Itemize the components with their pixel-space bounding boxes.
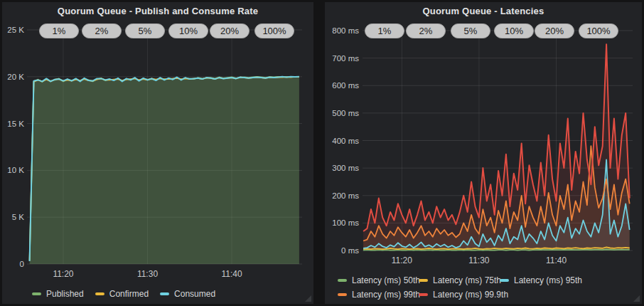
legend-color-swatch bbox=[160, 292, 169, 295]
percent-badge-1%[interactable]: 1% bbox=[39, 23, 79, 38]
percent-badge-2%[interactable]: 2% bbox=[406, 23, 446, 38]
percent-badge-100%[interactable]: 100% bbox=[254, 23, 294, 38]
y-tick-label: 200 ms bbox=[325, 191, 359, 200]
x-tick-label: 11:40 bbox=[546, 256, 567, 265]
legend-color-swatch bbox=[32, 292, 41, 295]
y-tick-label: 5 K bbox=[2, 213, 24, 221]
grafana-dashboard: { "x_unit_note": "x values are minutes a… bbox=[0, 0, 644, 306]
y-tick-label: 700 ms bbox=[325, 54, 359, 63]
legend-label: Latency (ms) 99th bbox=[352, 290, 420, 300]
x-tick-label: 11:20 bbox=[53, 270, 73, 278]
y-tick-label: 400 ms bbox=[325, 137, 359, 145]
y-tick-label: 300 ms bbox=[325, 164, 359, 172]
y-tick-label: 10 K bbox=[2, 166, 24, 174]
legend-item-Latency (ms) 50th[interactable]: Latency (ms) 50th bbox=[338, 275, 419, 285]
y-tick-label: 0 ms bbox=[325, 246, 359, 255]
percent-badge-10%[interactable]: 10% bbox=[494, 23, 534, 38]
y-tick-label: 15 K bbox=[2, 120, 24, 128]
percent-badge-1%[interactable]: 1% bbox=[365, 23, 404, 38]
x-tick-label: 11:30 bbox=[137, 270, 158, 278]
legend-item-Latency (ms) 75th[interactable]: Latency (ms) 75th bbox=[419, 275, 500, 285]
y-tick-label: 100 ms bbox=[325, 218, 359, 227]
percent-badge-5%[interactable]: 5% bbox=[125, 23, 165, 38]
percent-badge-2%[interactable]: 2% bbox=[82, 23, 122, 38]
legend-row: PublishedConfirmedConsumed bbox=[32, 287, 227, 301]
y-tick-label: 20 K bbox=[2, 73, 24, 81]
chart-legend: PublishedConfirmedConsumed bbox=[32, 287, 227, 301]
legend-item-Confirmed[interactable]: Confirmed bbox=[95, 289, 149, 299]
legend-color-swatch bbox=[95, 292, 104, 295]
series-fill-Published bbox=[30, 77, 299, 264]
y-tick-label: 25 K bbox=[2, 26, 24, 34]
legend-item-Latency (ms) 99th[interactable]: Latency (ms) 99th bbox=[338, 290, 419, 300]
legend-label: Latency (ms) 95th bbox=[514, 275, 582, 285]
x-tick-label: 11:30 bbox=[468, 256, 489, 265]
percent-badge-20%[interactable]: 20% bbox=[210, 23, 249, 38]
panel-latencies: Quorum Queue - Latencies 0 ms100 ms200 m… bbox=[325, 2, 642, 304]
legend-color-swatch bbox=[338, 279, 347, 282]
y-tick-label: 500 ms bbox=[325, 109, 359, 117]
legend-label: Latency (ms) 50th bbox=[352, 275, 420, 285]
legend-item-Latency (ms) 95th[interactable]: Latency (ms) 95th bbox=[500, 275, 581, 285]
percent-badge-5%[interactable]: 5% bbox=[451, 23, 490, 38]
legend-label: Consumed bbox=[174, 289, 215, 299]
legend-color-swatch bbox=[419, 279, 428, 282]
chart-legend: Latency (ms) 50thLatency (ms) 75thLatenc… bbox=[338, 273, 581, 302]
legend-label: Latency (ms) 99.9th bbox=[433, 290, 508, 300]
y-tick-label: 800 ms bbox=[325, 26, 359, 35]
legend-item-Published[interactable]: Published bbox=[32, 289, 84, 299]
y-tick-label: 0 bbox=[2, 260, 24, 268]
percent-badge-100%[interactable]: 100% bbox=[579, 23, 618, 38]
legend-color-swatch bbox=[500, 279, 509, 282]
chart-plot-area[interactable] bbox=[2, 2, 313, 304]
y-tick-label: 600 ms bbox=[325, 81, 359, 90]
x-tick-label: 11:40 bbox=[221, 270, 242, 278]
panel-publish-consume-rate: Quorum Queue - Publish and Consume Rate … bbox=[2, 2, 313, 304]
legend-color-swatch bbox=[338, 293, 347, 296]
percent-badge-10%[interactable]: 10% bbox=[168, 23, 208, 38]
legend-label: Published bbox=[46, 289, 84, 299]
percent-badge-20%[interactable]: 20% bbox=[535, 23, 574, 38]
legend-row: Latency (ms) 99thLatency (ms) 99.9th bbox=[338, 287, 581, 302]
legend-row: Latency (ms) 50thLatency (ms) 75thLatenc… bbox=[338, 273, 581, 287]
legend-label: Confirmed bbox=[109, 289, 149, 299]
x-tick-label: 11:20 bbox=[392, 256, 412, 265]
legend-item-Consumed[interactable]: Consumed bbox=[160, 289, 215, 299]
legend-color-swatch bbox=[419, 293, 428, 296]
legend-item-Latency (ms) 99.9th[interactable]: Latency (ms) 99.9th bbox=[419, 290, 500, 300]
legend-label: Latency (ms) 75th bbox=[433, 275, 501, 285]
